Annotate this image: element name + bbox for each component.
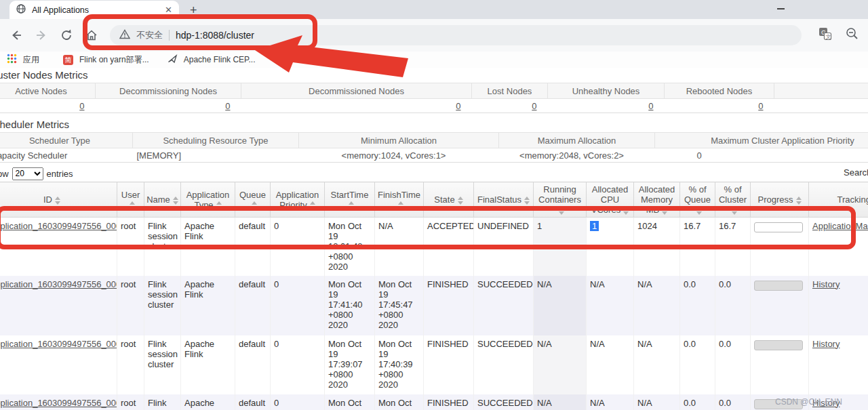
translate-icon[interactable]: G文: [818, 27, 832, 43]
watermark: CSDN @CH_ENN: [775, 397, 842, 407]
sort-icon: [55, 197, 60, 205]
apps-label[interactable]: 应用: [23, 54, 39, 66]
user-cell: root: [117, 394, 144, 410]
lost-nodes-link[interactable]: 0: [532, 101, 536, 111]
close-icon[interactable]: ✕: [165, 5, 172, 15]
annotation-box-row: [0, 206, 856, 249]
containers-cell: N/A: [534, 276, 587, 335]
bookmarks-bar: 应用 简 Flink on yarn部署... Apache Flink CEP…: [0, 52, 868, 68]
cpu-cell: N/A: [587, 394, 634, 410]
annotation-arrow-icon: [252, 35, 408, 77]
decommissioned-nodes-link[interactable]: 0: [456, 101, 460, 111]
priority-cell: 0: [271, 276, 325, 335]
active-nodes-link[interactable]: 0: [79, 101, 84, 111]
priority-cell: 0: [271, 394, 325, 410]
scheduler-metrics-table: Scheduler Type Scheduling Resource Type …: [0, 132, 868, 163]
nodes-metrics-title: Cluster Nodes Metrics: [0, 68, 868, 83]
bookmark-flink-yarn[interactable]: Flink on yarn部署...: [79, 54, 149, 66]
pct-queue-cell: 0.0: [680, 335, 715, 394]
sort-icon: [173, 197, 178, 205]
scheduler-metrics-header-row: Scheduler Type Scheduling Resource Type …: [0, 133, 868, 148]
finalstatus-cell: SUCCEEDED: [474, 394, 534, 410]
progress-bar: [754, 281, 803, 291]
table-row: application_1603099497556_0002 root Flin…: [0, 394, 868, 410]
table-controls: Show 20 entries Search:: [0, 165, 868, 182]
tracking-ui-link[interactable]: History: [812, 339, 840, 349]
unhealthy-nodes-link[interactable]: 0: [648, 101, 653, 111]
queue-cell: default: [235, 276, 271, 335]
col-rebooted-nodes: Rebooted Nodes: [665, 83, 774, 99]
type-cell: Apache Flink: [181, 276, 235, 335]
tracking-ui-link[interactable]: History: [812, 279, 840, 289]
bookmark-flink-cep[interactable]: Apache Flink CEP...: [184, 55, 256, 64]
tab-title: All Applications: [32, 5, 159, 15]
application-id-link[interactable]: application_1603099497556_0002: [0, 398, 117, 408]
starttime-cell: Mon Oct 19: [325, 394, 375, 410]
apps-grid-icon[interactable]: [7, 54, 17, 66]
sort-icon: [458, 197, 463, 205]
table-row: application_1603099497556_0003 root Flin…: [0, 335, 868, 394]
decommissioning-nodes-link[interactable]: 0: [225, 101, 230, 111]
minimum-allocation-value: <memory:1024, vCores:1>: [299, 148, 499, 163]
col-lost-nodes: Lost Nodes: [472, 83, 548, 99]
pct-cluster-cell: 0.0: [715, 335, 751, 394]
max-cluster-app-priority-value: 0: [655, 148, 868, 163]
finalstatus-cell: SUCCEEDED: [474, 335, 534, 394]
col-decommissioned-nodes: Decommissioned Nodes: [241, 83, 472, 99]
nodes-metrics-value-row: 0 0 0 0 0 0 0: [0, 99, 868, 113]
progress-cell: [751, 335, 809, 394]
finishtime-cell: Mon Oct 19 17:40:39 +0800 2020: [375, 335, 424, 394]
memory-cell: N/A: [634, 276, 680, 335]
entries-label: entries: [47, 169, 73, 179]
progress-cell: [751, 276, 809, 335]
maximum-allocation-value: <memory:2048, vCores:2>: [499, 148, 655, 163]
col-scheduling-resource-type: Scheduling Resource Type: [133, 133, 299, 148]
globe-icon: [16, 4, 26, 16]
user-cell: root: [117, 335, 144, 394]
type-cell: Apache Flink: [181, 335, 235, 394]
scheduler-metrics-value-row: Capacity Scheduler [MEMORY] <memory:1024…: [0, 148, 868, 163]
reload-icon[interactable]: [60, 28, 73, 42]
col-maximum-allocation: Maximum Allocation: [499, 133, 655, 148]
application-id-link[interactable]: application_1603099497556_0004: [0, 279, 117, 289]
minimize-icon[interactable]: [777, 8, 785, 9]
col-max-cluster-app-priority: Maximum Cluster Application Priority: [655, 133, 868, 148]
scheduler-metrics-title: Scheduler Metrics: [0, 117, 868, 132]
nodes-metrics-header-row: Active Nodes Decommissioning Nodes Decom…: [0, 83, 868, 99]
name-cell: Flink session cluster: [144, 394, 181, 410]
col-scheduler-type: Scheduler Type: [0, 133, 133, 148]
cpu-cell: N/A: [587, 335, 634, 394]
name-cell: Flink session cluster: [144, 335, 181, 394]
zoom-out-icon[interactable]: [846, 27, 859, 43]
queue-cell: default: [235, 394, 271, 410]
bookmark-favicon-cep: [167, 54, 178, 66]
pct-queue-cell: 0.0: [680, 394, 715, 410]
application-id-link[interactable]: application_1603099497556_0003: [0, 339, 117, 349]
finishtime-cell: Mon Oct 19: [375, 394, 424, 410]
forward-icon[interactable]: [35, 28, 48, 42]
col-shutdown-nodes: [774, 83, 868, 99]
svg-text:文: 文: [826, 34, 831, 40]
cpu-cell: N/A: [587, 276, 634, 335]
bookmark-favicon-jian: 简: [63, 55, 73, 65]
pct-cluster-cell: 0.0: [715, 394, 751, 410]
sort-icon: [524, 197, 530, 205]
col-minimum-allocation: Minimum Allocation: [299, 133, 499, 148]
starttime-cell: Mon Oct 19 17:41:40 +0800 2020: [325, 276, 375, 335]
back-icon[interactable]: [9, 28, 23, 42]
finishtime-cell: Mon Oct 19 17:45:47 +0800 2020: [375, 276, 424, 335]
scheduling-resource-type-value: [MEMORY]: [133, 148, 299, 163]
col-unhealthy-nodes: Unhealthy Nodes: [548, 83, 665, 99]
memory-cell: N/A: [634, 394, 680, 410]
name-cell: Flink session cluster: [144, 276, 181, 335]
type-cell: Apache Flink: [181, 394, 235, 410]
rebooted-nodes-link[interactable]: 0: [758, 101, 763, 111]
progress-bar: [754, 340, 803, 350]
pct-cluster-cell: 0.0: [715, 276, 751, 335]
nodes-metrics-table: Active Nodes Decommissioning Nodes Decom…: [0, 83, 868, 113]
containers-cell: N/A: [534, 335, 587, 394]
scheduler-type-value: Capacity Scheduler: [0, 148, 133, 163]
starttime-cell: Mon Oct 19 17:39:07 +0800 2020: [325, 335, 375, 394]
state-cell: FINISHED: [424, 335, 474, 394]
page-size-select[interactable]: 20: [12, 167, 43, 180]
